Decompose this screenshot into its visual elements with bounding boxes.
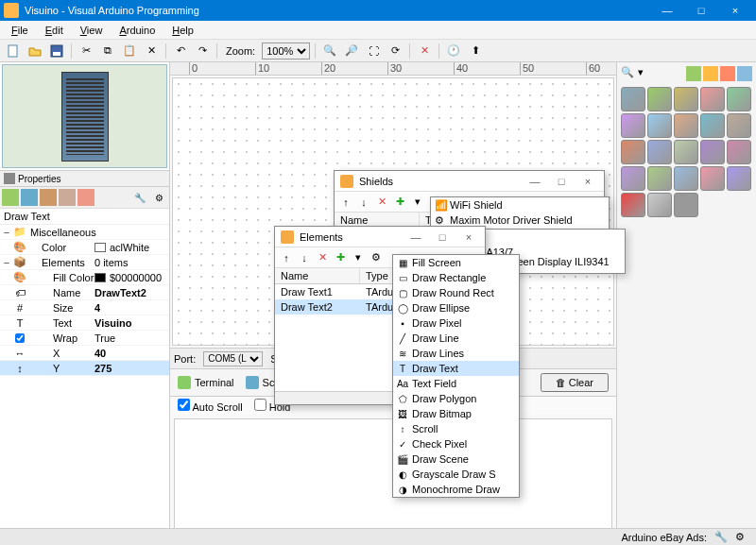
element-type-item[interactable]: TDraw Text — [393, 361, 519, 376]
prop-tb-1[interactable] — [2, 189, 19, 206]
open-icon[interactable] — [26, 42, 44, 60]
palette-component-13[interactable] — [700, 140, 725, 164]
palette-component-15[interactable] — [621, 166, 645, 191]
elements-tb-gear-icon[interactable]: ⚙ — [369, 250, 384, 265]
palette-btn3[interactable] — [720, 66, 735, 81]
element-type-item[interactable]: ◐Grayscale Draw S — [393, 467, 519, 482]
prop-wrap[interactable]: Wrap — [28, 332, 94, 344]
element-type-item[interactable]: AaText Field — [393, 376, 519, 391]
prop-tb-2[interactable] — [21, 189, 38, 206]
prop-name[interactable]: Name — [28, 287, 94, 298]
elements-tb-more-icon[interactable]: ▾ — [351, 250, 366, 265]
elements-min-button[interactable]: — — [405, 229, 426, 246]
prop-elements[interactable]: Elements — [28, 257, 94, 268]
prop-text[interactable]: Text — [28, 317, 94, 329]
shields-min-button[interactable]: — — [524, 173, 545, 190]
prop-size[interactable]: Size — [28, 302, 94, 314]
shields-tb-up-icon[interactable]: ↑ — [338, 195, 353, 210]
clear-button[interactable]: 🗑 Clear — [541, 373, 609, 392]
shields-tb-down-icon[interactable]: ↓ — [356, 195, 371, 210]
menu-file[interactable]: File — [4, 23, 36, 38]
element-type-item[interactable]: ◯Draw Ellipse — [393, 300, 519, 315]
palette-component-0[interactable] — [621, 87, 645, 111]
undo-icon[interactable]: ↶ — [171, 42, 190, 60]
palette-component-7[interactable] — [674, 113, 698, 138]
palette-component-3[interactable] — [700, 87, 725, 111]
zoom-fit-icon[interactable]: ⛶ — [364, 42, 383, 60]
palette-component-12[interactable] — [674, 140, 698, 164]
terminal-mode[interactable]: Terminal — [178, 376, 234, 389]
zoom-in-icon[interactable]: 🔍 — [320, 42, 339, 60]
prop-tb-4[interactable] — [59, 189, 76, 206]
palette-component-16[interactable] — [647, 166, 672, 191]
element-type-item[interactable]: ↕Scroll — [393, 421, 519, 436]
element-type-item[interactable]: ╱Draw Line — [393, 331, 519, 346]
refresh-icon[interactable]: ⟳ — [386, 42, 404, 60]
prop-x[interactable]: X — [28, 348, 94, 359]
shields-tb-more-icon[interactable]: ▾ — [410, 195, 425, 210]
port-select[interactable]: COM5 (L — [203, 351, 263, 366]
palette-component-5[interactable] — [621, 113, 645, 138]
element-type-item[interactable]: ✓Check Pixel — [393, 436, 519, 451]
shields-tb-add-icon[interactable]: ✚ — [392, 195, 407, 210]
element-type-item[interactable]: ⬠Draw Polygon — [393, 391, 519, 406]
wrap-checkbox[interactable] — [15, 333, 25, 343]
prop-tb-5[interactable] — [77, 189, 94, 206]
maximize-button[interactable]: □ — [684, 0, 718, 21]
status-icon-1[interactable]: 🔧 — [714, 531, 728, 544]
elements-tb-del-icon[interactable]: ✕ — [315, 250, 330, 265]
palette-component-21[interactable] — [647, 193, 672, 217]
new-icon[interactable] — [4, 42, 23, 60]
palette-component-1[interactable] — [647, 87, 672, 111]
elements-tb-down-icon[interactable]: ↓ — [297, 250, 312, 265]
col-name[interactable]: Name — [275, 268, 360, 283]
delete-icon[interactable]: ✕ — [142, 42, 161, 60]
elements-close-button[interactable]: × — [458, 229, 479, 246]
expand-icon[interactable]: − — [0, 227, 13, 238]
prop-tb-tool-icon[interactable]: 🔧 — [131, 189, 148, 206]
palette-component-6[interactable] — [647, 113, 672, 138]
prop-y[interactable]: Y — [28, 363, 94, 374]
menu-view[interactable]: View — [73, 23, 111, 38]
paste-icon[interactable]: 📋 — [120, 42, 139, 60]
clock-icon[interactable]: 🕐 — [444, 42, 463, 60]
elements-tb-add-icon[interactable]: ✚ — [333, 250, 348, 265]
element-type-item[interactable]: 🎬Draw Scene — [393, 451, 519, 467]
menu-help[interactable]: Help — [164, 23, 201, 38]
palette-component-22[interactable] — [674, 193, 698, 217]
element-type-item[interactable]: ▪Draw Pixel — [393, 315, 519, 331]
palette-component-8[interactable] — [700, 113, 725, 138]
expand-icon[interactable]: − — [0, 257, 13, 268]
palette-filter-icon[interactable]: ▾ — [638, 66, 653, 81]
element-type-item[interactable]: ≋Draw Lines — [393, 346, 519, 361]
shield-menu-item[interactable]: 📶WiFi Shield — [431, 197, 609, 213]
element-type-item[interactable]: ▦Fill Screen — [393, 255, 519, 270]
elements-max-button[interactable]: □ — [432, 229, 453, 246]
zoom-out-icon[interactable]: 🔎 — [342, 42, 361, 60]
palette-btn1[interactable] — [686, 66, 701, 81]
menu-arduino[interactable]: Arduino — [112, 23, 163, 38]
palette-component-18[interactable] — [700, 166, 725, 191]
shields-close-button[interactable]: × — [577, 173, 598, 190]
palette-component-17[interactable] — [674, 166, 698, 191]
palette-component-10[interactable] — [621, 140, 645, 164]
element-type-item[interactable]: 🖼Draw Bitmap — [393, 406, 519, 421]
prop-tb-filter-icon[interactable]: ⚙ — [150, 189, 167, 206]
zoom-select[interactable]: 100% — [262, 43, 310, 60]
palette-component-11[interactable] — [647, 140, 672, 164]
shields-max-button[interactable]: □ — [551, 173, 572, 190]
palette-component-20[interactable] — [621, 193, 645, 217]
palette-component-14[interactable] — [727, 140, 751, 164]
close-button[interactable]: × — [718, 0, 752, 21]
save-icon[interactable] — [47, 42, 66, 60]
palette-btn4[interactable] — [737, 66, 752, 81]
elements-tb-up-icon[interactable]: ↑ — [279, 250, 294, 265]
palette-component-19[interactable] — [727, 166, 751, 191]
cut-icon[interactable]: ✂ — [77, 42, 95, 60]
shields-tb-del-icon[interactable]: ✕ — [374, 195, 389, 210]
menu-edit[interactable]: Edit — [38, 23, 71, 38]
copy-icon[interactable]: ⧉ — [98, 42, 117, 60]
palette-component-9[interactable] — [727, 113, 751, 138]
element-type-item[interactable]: ▢Draw Round Rect — [393, 285, 519, 300]
minimize-button[interactable]: — — [650, 0, 684, 21]
